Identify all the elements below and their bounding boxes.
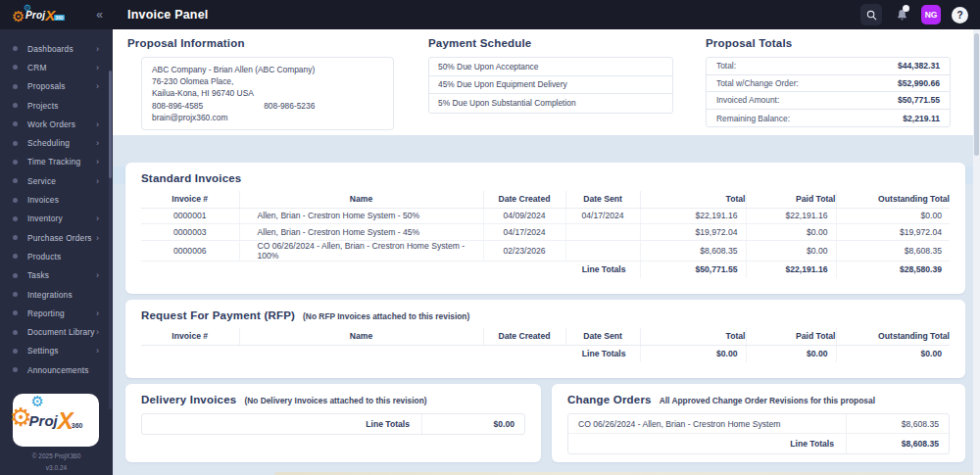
invoice-paid-total: $22,191.16 (746, 208, 836, 224)
line-totals-row: Line Totals $8,608.35 (568, 434, 949, 453)
chevron-right-icon: › (96, 44, 99, 54)
gear-icon: ⚙ (10, 403, 32, 433)
column-header: Date Created (483, 328, 565, 345)
change-order-row[interactable]: CO 06/26/2024 - Allen, Brian - Crestron … (568, 414, 949, 434)
card-header: Request For Payment (RFP) (No RFP Invoic… (141, 309, 950, 321)
invoice-date-created: 04/17/2024 (483, 224, 565, 241)
sidebar-item-crm[interactable]: CRM› (0, 58, 113, 76)
column-header: Name (239, 328, 483, 345)
proposal-info-box: ABC Company - Brian Allen (ABC Company) … (141, 57, 394, 130)
sidebar-item-document-library[interactable]: Document Library› (0, 322, 113, 341)
phone-secondary: 808-986-5236 (264, 100, 315, 112)
sidebar-scrollbar-thumb[interactable] (109, 71, 112, 178)
chevron-right-icon: › (96, 270, 99, 280)
invoice-row[interactable]: 0000006 CO 06/26/2024 - Allen, Brian - C… (141, 240, 950, 261)
invoice-date-sent (565, 224, 640, 241)
sidebar-item-scheduling[interactable]: Scheduling› (0, 133, 113, 152)
change-orders-box: CO 06/26/2024 - Allen, Brian - Crestron … (567, 413, 950, 454)
invoice-name: Allen, Brian - Crestron Home System - 50… (239, 208, 483, 224)
sidebar-item-service[interactable]: Service› (0, 171, 113, 190)
line-totals-row: Line Totals $0.00 (142, 414, 524, 434)
proposal-information-section: Proposal Information ABC Company - Brian… (127, 37, 416, 130)
invoice-number[interactable]: 0000001 (141, 208, 239, 224)
chevron-right-icon: › (96, 327, 99, 337)
user-avatar[interactable]: NG (921, 5, 941, 24)
invoice-row[interactable]: 0000003 Allen, Brian - Crestron Home Sys… (141, 224, 950, 241)
totals-label: Total: (716, 61, 736, 71)
delivery-invoices-card: Delivery Invoices (No Delivery Invoices … (125, 384, 541, 462)
line-totals-label: Line Totals (141, 345, 640, 362)
totals-value: $2,219.11 (903, 114, 940, 123)
column-header: Date Created (483, 191, 565, 208)
column-header: Paid Total (746, 328, 836, 345)
invoice-total: $22,191.16 (640, 208, 746, 224)
sidebar-item-label: Time Tracking (27, 157, 80, 166)
section-title: Delivery Invoices (141, 394, 236, 405)
invoice-total: $8,608.35 (640, 240, 746, 261)
sidebar-item-reporting[interactable]: Reporting› (0, 304, 113, 322)
sidebar-item-tasks[interactable]: Tasks› (0, 266, 113, 285)
invoice-number[interactable]: 0000003 (141, 224, 239, 241)
line-paid-total: $22,191.16 (746, 261, 836, 278)
section-title: Payment Schedule (428, 37, 673, 49)
chevron-right-icon: › (96, 63, 99, 72)
totals-row: Remaining Balance:$2,219.11 (707, 110, 950, 127)
chevron-right-icon: › (96, 157, 99, 166)
invoice-number[interactable]: 0000006 (141, 240, 239, 261)
change-order-name: CO 06/26/2024 - Allen, Brian - Crestron … (568, 419, 846, 429)
sidebar-item-time-tracking[interactable]: Time Tracking› (0, 153, 113, 171)
bullet-icon (13, 178, 18, 183)
section-title: Proposal Information (127, 37, 416, 49)
topbar-actions: NG ? (860, 4, 980, 25)
sidebar-item-proposals[interactable]: Proposals› (0, 77, 113, 96)
totals-value: $50,771.55 (898, 95, 940, 105)
column-header: Date Sent (565, 328, 640, 345)
bullet-icon (13, 330, 18, 335)
line-outstanding-total: $0.00 (836, 345, 950, 362)
sidebar-item-products[interactable]: Products (0, 247, 113, 265)
sidebar-item-projects[interactable]: Projects (0, 96, 113, 115)
sidebar-item-label: Projects (27, 101, 59, 111)
page-title: Invoice Panel (127, 8, 209, 22)
bullet-icon (13, 310, 18, 315)
invoice-row[interactable]: 0000001 Allen, Brian - Crestron Home Sys… (141, 208, 950, 224)
invoice-outstanding-total: $8,608.35 (836, 240, 950, 261)
address-line: 76-230 Olomea Place, (152, 75, 383, 87)
column-header: Paid Total (746, 191, 836, 208)
invoice-paid-total: $0.00 (746, 224, 836, 241)
brand-logo-large: ⚙ ⚙ Proj X 360 (29, 412, 83, 429)
notifications-button[interactable] (893, 6, 910, 24)
sidebar-item-purchase-orders[interactable]: Purchase Orders› (0, 228, 113, 247)
sidebar-item-dashboards[interactable]: Dashboards› (0, 39, 113, 58)
sidebar-logo-card: ⚙ ⚙ Proj X 360 (13, 394, 99, 447)
payment-schedule-item: 45% Due Upon Equipment Delivery (429, 76, 672, 95)
table-header-row: Invoice # Name Date Created Date Sent To… (141, 191, 950, 208)
sidebar-collapse-icon[interactable]: « (96, 8, 103, 22)
bullet-icon (13, 235, 18, 240)
invoice-date-created: 04/09/2024 (483, 208, 565, 224)
page-scrollbar-thumb[interactable] (974, 33, 979, 156)
sidebar-item-announcements[interactable]: Announcements (0, 360, 113, 379)
bullet-icon (13, 160, 18, 165)
copyright-text: © 2025 ProjX360 (0, 452, 113, 459)
payment-schedule-list: 50% Due Upon Acceptance 45% Due Upon Equ… (428, 57, 673, 114)
sidebar-item-integrations[interactable]: Integrations (0, 285, 113, 304)
sidebar-item-label: Proposals (27, 81, 66, 91)
bullet-icon (13, 273, 18, 278)
bullet-icon (13, 349, 18, 354)
sidebar-item-inventory[interactable]: Inventory› (0, 210, 113, 228)
sidebar-item-settings[interactable]: Settings› (0, 342, 113, 360)
page-scrollbar[interactable] (973, 29, 980, 475)
sidebar-item-invoices[interactable]: Invoices (0, 190, 113, 209)
gear-icon: ⚙ (24, 3, 31, 13)
delivery-totals-box: Line Totals $0.00 (141, 413, 525, 435)
help-button[interactable]: ? (952, 7, 968, 24)
sidebar-scrollbar[interactable] (109, 71, 112, 409)
sidebar-item-label: Document Library (27, 327, 95, 337)
brand-360: 360 (54, 15, 64, 21)
sidebar-item-label: CRM (27, 63, 47, 72)
payment-schedule-item: 50% Due Upon Acceptance (429, 58, 672, 76)
search-button[interactable] (860, 4, 882, 25)
sidebar-item-work-orders[interactable]: Work Orders› (0, 115, 113, 133)
invoice-name: Allen, Brian - Crestron Home System - 45… (239, 224, 483, 241)
